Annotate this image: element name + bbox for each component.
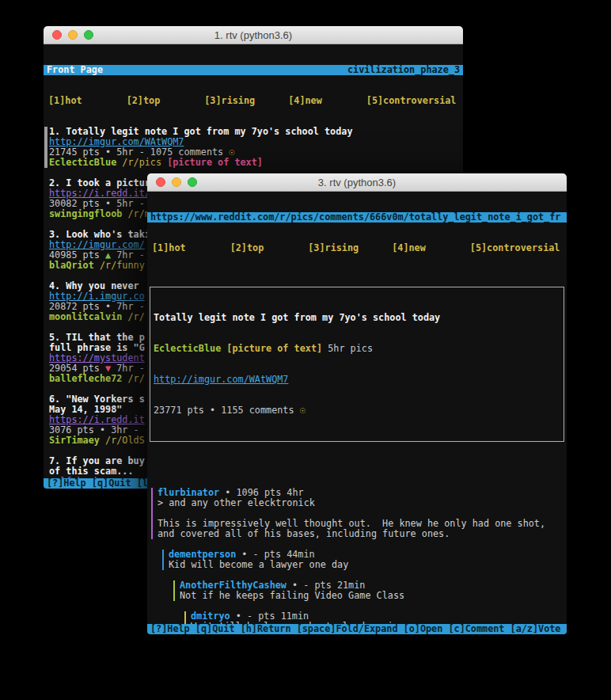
submission-title: Totally legit note I got from my 7yo's s…: [154, 313, 560, 323]
post-link[interactable]: http://imgur.com/: [49, 240, 145, 250]
front-window-titlebar[interactable]: 3. rtv (python3.6): [147, 173, 567, 192]
post-time-comments: 7hr -: [111, 250, 150, 261]
post-time-comments: 7hr -: [111, 302, 150, 312]
front-terminal: https://www.reddit.com/r/pics/comments/6…: [147, 192, 567, 634]
submission-url-bar: https://www.reddit.com/r/pics/comments/6…: [147, 212, 567, 223]
space: [100, 436, 105, 446]
bullet-icon: •: [287, 580, 303, 591]
sort-tabs: [1]hot[2]top[3]rising[4]new[5]controvers…: [147, 243, 567, 253]
submission-card[interactable]: Totally legit note I got from my 7yo's s…: [150, 287, 564, 442]
post-link[interactable]: http://i.imgur.co: [49, 291, 145, 302]
post-author[interactable]: EclecticBlue: [49, 158, 116, 168]
comment-list: flurbinator • 1096 pts 4hr> and any othe…: [147, 488, 567, 634]
post-flair: [picture of text]: [161, 158, 263, 168]
comment-author[interactable]: dementperson: [169, 550, 236, 560]
post-item[interactable]: 1. Totally legit note I got from my 7yo'…: [49, 127, 463, 168]
front-status-bar: [?]Help [q]Quit [h]Return [space]Fold/Ex…: [147, 624, 567, 634]
gilded-icon: ☉: [223, 147, 234, 158]
sort-tabs: [1]hot[2]top[3]rising[4]new[5]controvers…: [44, 96, 463, 106]
minimize-icon[interactable]: [68, 30, 78, 40]
tab-new[interactable]: [4]new: [392, 243, 426, 253]
tab-top[interactable]: [2]top: [127, 96, 161, 106]
window-controls: [52, 30, 93, 40]
comment-body-line: Not if he keeps failing Video Game Class: [180, 591, 567, 601]
post-byline-row: EclecticBlue /r/pics [picture of text]: [49, 158, 463, 168]
rtv-comments-window: 3. rtv (python3.6) https://www.reddit.co…: [147, 173, 567, 634]
post-time-comments: 3hr -: [105, 425, 145, 436]
back-window-title: 1. rtv (python3.6): [214, 29, 292, 41]
comment-body-line: and covered all of his bases, including …: [157, 529, 567, 539]
comment-body-line: > and any other elecktronick: [157, 498, 567, 508]
back-window-titlebar[interactable]: 1. rtv (python3.6): [44, 26, 463, 44]
comment-author[interactable]: AnotherFilthyCashew: [180, 580, 287, 591]
space: [94, 261, 100, 271]
tab-hot[interactable]: [1]hot: [48, 96, 82, 106]
close-icon[interactable]: [52, 30, 62, 40]
post-link[interactable]: https://i.redd.it: [49, 415, 145, 425]
tab-new[interactable]: [4]new: [288, 96, 322, 106]
post-link[interactable]: https://mystudent: [49, 353, 145, 363]
post-link[interactable]: http://imgur.com/WAtWQM7: [49, 137, 184, 147]
comment-score-time: 1096 pts 4hr: [236, 488, 303, 498]
post-subreddit[interactable]: /r/: [127, 312, 144, 322]
comment-header: dmitryo • - pts 11min: [191, 611, 567, 622]
submission-stats-row: 23771 pts • 1155 comments ☉: [154, 405, 560, 416]
tab-controversial[interactable]: [5]controversial: [366, 96, 457, 106]
submission-author[interactable]: EclecticBlue: [154, 344, 221, 354]
submission-time-subreddit: 5hr pics: [328, 344, 373, 354]
window-controls: [156, 177, 197, 187]
close-icon[interactable]: [156, 177, 165, 187]
tab-hot[interactable]: [1]hot: [152, 243, 186, 253]
comment-score-time: - pts 11min: [247, 611, 309, 622]
comment-score-time: - pts 44min: [253, 550, 315, 560]
tab-rising[interactable]: [3]rising: [308, 243, 359, 253]
submission-link-row: http://imgur.com/WAtWQM7: [154, 375, 560, 385]
post-subreddit[interactable]: /r/OldS: [105, 436, 145, 446]
post-author[interactable]: ballefleche72: [49, 374, 122, 384]
post-points: 21745 pts: [49, 147, 105, 158]
post-author[interactable]: swingingfloob: [49, 209, 122, 219]
comment[interactable]: AnotherFilthyCashew • - pts 21minNot if …: [173, 580, 567, 601]
front-window-title: 3. rtv (python3.6): [318, 177, 396, 188]
post-points: 3076 pts: [49, 425, 100, 436]
frontpage-header-bar: Front Page civilization_phaze_3: [44, 65, 463, 75]
post-points: 20872 pts: [49, 302, 105, 312]
post-points: 40985 pts: [49, 250, 105, 261]
comment-body-line: Kid will become a lawyer one day: [169, 560, 567, 570]
comment-header: AnotherFilthyCashew • - pts 21min: [180, 580, 567, 591]
tab-top[interactable]: [2]top: [230, 243, 264, 253]
post-points: 30082 pts: [49, 199, 105, 209]
post-subreddit[interactable]: /r/: [127, 374, 144, 384]
tab-controversial[interactable]: [5]controversial: [470, 243, 560, 253]
logged-in-username: civilization_phaze_3: [347, 65, 460, 75]
tab-rising[interactable]: [3]rising: [204, 96, 255, 106]
comment-body-line: [157, 508, 567, 519]
minimize-icon[interactable]: [172, 177, 181, 187]
page-title: Front Page: [47, 65, 103, 75]
comment-body-line: This is impressively well thought out. H…: [157, 519, 567, 529]
zoom-icon[interactable]: [84, 30, 93, 40]
comment[interactable]: dementperson • - pts 44minKid will becom…: [162, 550, 567, 570]
comment-score-time: - pts 21min: [303, 580, 365, 591]
submission-byline: EclecticBlue [picture of text] 5hr pics: [154, 344, 560, 354]
comment-author[interactable]: dmitryo: [191, 611, 230, 622]
bullet-icon: •: [230, 611, 247, 622]
post-subreddit[interactable]: /r/pics: [122, 158, 161, 168]
post-subreddit[interactable]: /r/funny: [100, 261, 145, 271]
post-time-comments: 7hr -: [111, 363, 150, 374]
post-link-row: http://imgur.com/WAtWQM7: [49, 137, 463, 147]
comment[interactable]: flurbinator • 1096 pts 4hr> and any othe…: [151, 488, 567, 539]
comment-author[interactable]: flurbinator: [157, 488, 219, 498]
post-author[interactable]: moonlitcalvin: [49, 312, 122, 322]
zoom-icon[interactable]: [188, 177, 197, 187]
submission-link[interactable]: http://imgur.com/WAtWQM7: [154, 375, 288, 385]
post-time-comments: 5hr - 1075 comments: [111, 147, 223, 158]
comment-header: flurbinator • 1096 pts 4hr: [157, 488, 567, 498]
bullet-icon: •: [100, 425, 105, 436]
comment-header: dementperson • - pts 44min: [169, 550, 567, 560]
bullet-icon: •: [236, 550, 252, 560]
post-author[interactable]: blaQriot: [49, 261, 94, 271]
post-title: 1. Totally legit note I got from my 7yo'…: [49, 127, 463, 137]
post-author[interactable]: SirTimaey: [49, 436, 100, 446]
gilded-icon: ☉: [300, 405, 306, 416]
